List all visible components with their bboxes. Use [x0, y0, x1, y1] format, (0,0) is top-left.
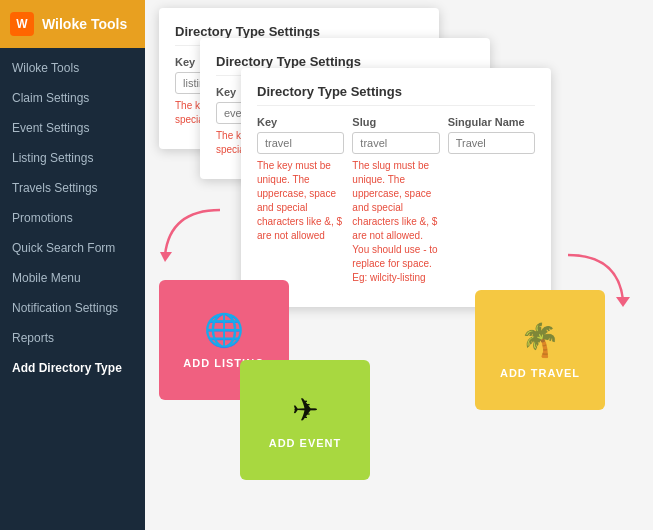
card3-singular-label: Singular Name: [448, 116, 535, 128]
add-travel-tile[interactable]: 🌴 ADD TRAVEL: [475, 290, 605, 410]
card3-slug-col: Slug The slug must be unique. The upperc…: [352, 116, 439, 291]
card3-slug-label: Slug: [352, 116, 439, 128]
sidebar-header[interactable]: W Wiloke Tools: [0, 0, 145, 48]
card3-singular-col: Singular Name: [448, 116, 535, 291]
sidebar-logo-icon: W: [10, 12, 34, 36]
sidebar-item-notification-settings[interactable]: Notification Settings: [0, 293, 145, 323]
card3-slug-hint: The slug must be unique. The uppercase, …: [352, 159, 439, 285]
arrow-left-icon: [150, 200, 230, 280]
sidebar-item-reports[interactable]: Reports: [0, 323, 145, 353]
sidebar-item-add-directory-type[interactable]: Add Directory Type: [0, 353, 145, 383]
event-tile-icon: ✈: [292, 391, 319, 429]
sidebar-nav: Wiloke Tools Claim Settings Event Settin…: [0, 48, 145, 383]
card3-key-input[interactable]: [257, 132, 344, 154]
listing-tile-icon: 🌐: [204, 311, 244, 349]
svg-marker-0: [160, 252, 172, 262]
sidebar-item-wiloke-tools[interactable]: Wiloke Tools: [0, 53, 145, 83]
sidebar-item-listing-settings[interactable]: Listing Settings: [0, 143, 145, 173]
card3-title: Directory Type Settings: [257, 84, 535, 106]
card3-slug-input[interactable]: [352, 132, 439, 154]
directory-type-card-3: Directory Type Settings Key The key must…: [241, 68, 551, 307]
sidebar-item-travels-settings[interactable]: Travels Settings: [0, 173, 145, 203]
event-tile-label: ADD EVENT: [269, 437, 342, 449]
sidebar-item-quick-search-form[interactable]: Quick Search Form: [0, 233, 145, 263]
sidebar: W Wiloke Tools Wiloke Tools Claim Settin…: [0, 0, 145, 530]
sidebar-item-claim-settings[interactable]: Claim Settings: [0, 83, 145, 113]
main-content: Directory Type Settings Key The key must…: [145, 0, 653, 530]
card3-key-col: Key The key must be unique. The uppercas…: [257, 116, 344, 291]
sidebar-item-promotions[interactable]: Promotions: [0, 203, 145, 233]
card3-key-label: Key: [257, 116, 344, 128]
svg-marker-1: [616, 297, 630, 307]
travel-tile-icon: 🌴: [520, 321, 560, 359]
card3-fields-row: Key The key must be unique. The uppercas…: [257, 116, 535, 291]
sidebar-item-event-settings[interactable]: Event Settings: [0, 113, 145, 143]
card3-singular-input[interactable]: [448, 132, 535, 154]
sidebar-item-mobile-menu[interactable]: Mobile Menu: [0, 263, 145, 293]
add-event-tile[interactable]: ✈ ADD EVENT: [240, 360, 370, 480]
travel-tile-label: ADD TRAVEL: [500, 367, 580, 379]
sidebar-header-label: Wiloke Tools: [42, 16, 127, 32]
card3-key-hint: The key must be unique. The uppercase, s…: [257, 159, 344, 243]
